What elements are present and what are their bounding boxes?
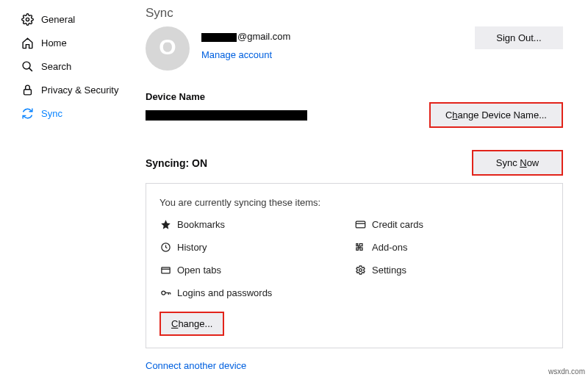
home-icon xyxy=(21,36,34,49)
svg-point-9 xyxy=(359,268,362,271)
redacted-email-user xyxy=(201,33,237,42)
sidebar-item-search[interactable]: Search xyxy=(21,54,132,78)
sync-item-bookmarks: Bookmarks xyxy=(159,218,354,230)
sidebar-item-label: Home xyxy=(41,37,67,49)
sync-item-addons: Add-ons xyxy=(354,241,549,253)
syncing-intro: You are currently syncing these items: xyxy=(159,197,549,208)
account-row: O @gmail.com Manage account Sign Out... xyxy=(146,26,563,71)
gear-icon xyxy=(354,264,366,276)
svg-rect-7 xyxy=(161,267,169,273)
highlight-change-device: Change Device Name... xyxy=(429,102,563,128)
sidebar-item-label: General xyxy=(41,14,75,25)
sync-item-logins: Logins and passwords xyxy=(159,287,354,298)
manage-account-link[interactable]: Manage account xyxy=(201,49,272,60)
main-content: Sync O @gmail.com Manage account Sign Ou… xyxy=(132,0,588,377)
svg-point-0 xyxy=(26,18,29,21)
search-icon xyxy=(21,60,34,73)
puzzle-icon xyxy=(354,241,366,253)
sidebar-item-label: Sync xyxy=(41,108,62,119)
sidebar-item-home[interactable]: Home xyxy=(21,31,132,54)
sidebar-item-label: Privacy & Security xyxy=(41,85,118,96)
tabs-icon xyxy=(159,264,171,276)
redacted-device-name xyxy=(146,110,307,121)
svg-line-2 xyxy=(29,68,32,71)
device-name-label: Device Name xyxy=(146,91,563,102)
syncing-panel: You are currently syncing these items: B… xyxy=(146,183,563,348)
sidebar-item-privacy[interactable]: Privacy & Security xyxy=(21,78,132,101)
sync-item-history: History xyxy=(159,241,354,253)
watermark: wsxdn.com xyxy=(548,367,585,376)
credit-card-icon xyxy=(354,218,366,230)
settings-sidebar: General Home Search Privacy & Security S… xyxy=(0,0,132,377)
highlight-sync-now: Sync Now xyxy=(472,150,563,176)
page-title: Sync xyxy=(146,6,563,21)
sidebar-item-sync[interactable]: Sync xyxy=(21,101,132,125)
sync-now-button[interactable]: Sync Now xyxy=(473,151,562,174)
sign-out-button[interactable]: Sign Out... xyxy=(475,26,563,49)
sidebar-item-label: Search xyxy=(41,61,71,72)
key-icon xyxy=(159,287,171,298)
svg-rect-3 xyxy=(24,89,31,94)
svg-point-1 xyxy=(23,62,30,69)
change-sync-items-button[interactable]: Change... xyxy=(161,313,223,334)
sync-item-settings: Settings xyxy=(354,264,549,276)
history-icon xyxy=(159,241,171,253)
gear-icon xyxy=(21,12,34,26)
lock-icon xyxy=(21,83,34,96)
star-icon xyxy=(159,218,171,230)
sync-item-opentabs: Open tabs xyxy=(159,264,354,276)
highlight-change: Change... xyxy=(159,312,224,336)
syncing-status: Syncing: ON xyxy=(146,157,207,169)
connect-device-link[interactable]: Connect another device xyxy=(146,360,246,371)
change-device-name-button[interactable]: Change Device Name... xyxy=(431,104,562,126)
svg-point-10 xyxy=(161,291,165,295)
sync-item-creditcards: Credit cards xyxy=(354,218,549,230)
svg-rect-4 xyxy=(356,221,365,228)
sidebar-item-general[interactable]: General xyxy=(21,7,132,31)
avatar: O xyxy=(146,26,190,71)
device-name-value xyxy=(146,107,425,124)
sync-icon xyxy=(21,107,34,120)
account-email: @gmail.com xyxy=(201,31,475,42)
